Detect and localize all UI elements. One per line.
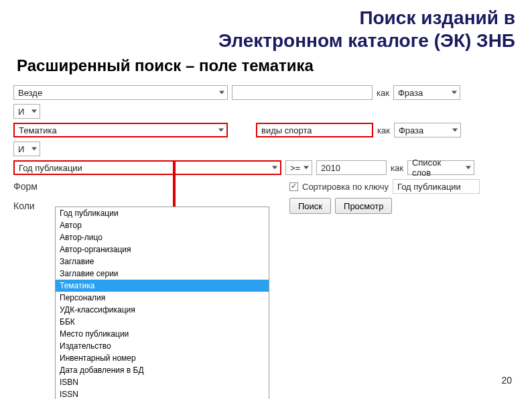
value-input-1[interactable] bbox=[232, 85, 373, 100]
count-label: Коли bbox=[13, 201, 50, 211]
dropdown-option[interactable]: Заглавие серии bbox=[56, 268, 269, 280]
sort-checkbox[interactable] bbox=[289, 182, 298, 191]
subtitle: Расширенный поиск – поле тематика bbox=[0, 55, 532, 85]
operator-select-2[interactable]: И bbox=[13, 141, 40, 156]
field-select-2[interactable]: Тематика bbox=[13, 123, 228, 137]
dropdown-option[interactable]: Дата добавления в БД bbox=[56, 364, 269, 376]
mode-select-2[interactable]: Фраза bbox=[394, 123, 461, 137]
value-input-3[interactable]: 2010 bbox=[316, 160, 387, 175]
dropdown-option[interactable]: Инвентарный номер bbox=[56, 352, 269, 364]
format-label: Форм bbox=[13, 181, 50, 192]
as-label-2: как bbox=[377, 125, 390, 135]
dropdown-option[interactable]: Автор-лицо bbox=[56, 231, 269, 243]
field-dropdown-list[interactable]: Год публикацииАвторАвтор-лицоАвтор-орган… bbox=[55, 207, 269, 399]
dropdown-option[interactable]: Автор bbox=[56, 219, 269, 231]
dropdown-option[interactable]: Издательство bbox=[56, 340, 269, 352]
dropdown-option[interactable]: Место публикации bbox=[56, 328, 269, 340]
mode-select-1[interactable]: Фраза bbox=[393, 85, 460, 100]
as-label-1: как bbox=[377, 88, 389, 98]
dropdown-option[interactable]: Заглавие bbox=[56, 255, 269, 268]
dropdown-option[interactable]: УДК-классификация bbox=[56, 304, 269, 316]
dropdown-option[interactable]: Тематика bbox=[56, 280, 269, 292]
page-number: 20 bbox=[501, 375, 512, 386]
dropdown-option[interactable]: Автор-организация bbox=[56, 243, 269, 255]
field-select-1[interactable]: Везде bbox=[13, 85, 228, 100]
dropdown-option[interactable]: ББК bbox=[56, 316, 269, 328]
mode-select-3[interactable]: Список слов bbox=[407, 160, 474, 175]
search-button[interactable]: Поиск bbox=[289, 198, 331, 214]
sort-value[interactable]: Год публикации bbox=[393, 179, 480, 194]
sort-label: Сортировка по ключу bbox=[302, 182, 389, 192]
field-select-3[interactable]: Год публикации bbox=[13, 160, 281, 175]
dropdown-option[interactable]: Персоналия bbox=[56, 292, 269, 304]
operator-select-1[interactable]: И bbox=[13, 104, 40, 119]
dropdown-option[interactable]: Год публикации bbox=[56, 207, 269, 219]
preview-button[interactable]: Просмотр bbox=[335, 198, 392, 214]
value-input-2[interactable]: виды спорта bbox=[256, 123, 373, 137]
dropdown-option[interactable]: ISSN bbox=[56, 388, 269, 399]
title-line2: Электронном каталоге (ЭК) ЗНБ bbox=[218, 30, 515, 51]
as-label-3: как bbox=[391, 163, 403, 173]
title-line1: Поиск изданий в bbox=[359, 7, 515, 28]
dropdown-option[interactable]: ISBN bbox=[56, 376, 269, 388]
compare-select[interactable]: >= bbox=[285, 160, 312, 175]
